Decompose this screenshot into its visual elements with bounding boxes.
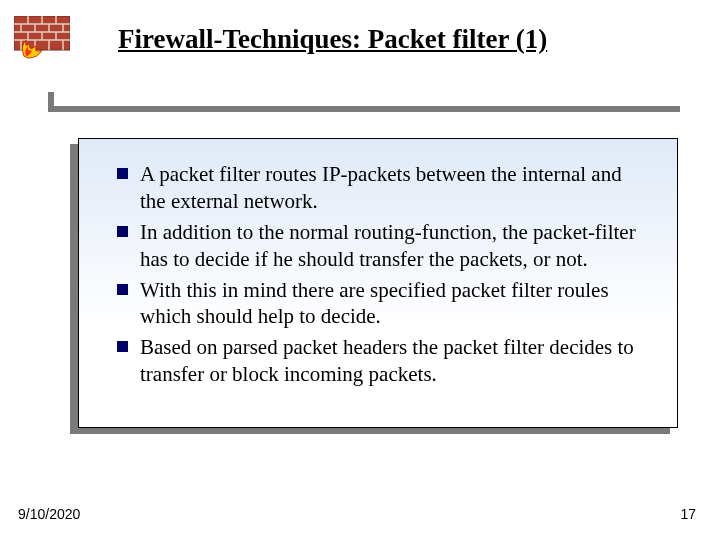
slide-title: Firewall-Techniques: Packet filter (1) — [118, 24, 680, 55]
list-item: With this in mind there are specified pa… — [99, 277, 649, 331]
footer-page-number: 17 — [680, 506, 696, 522]
bullet-icon — [117, 226, 128, 237]
bullet-icon — [117, 341, 128, 352]
footer-date: 9/10/2020 — [18, 506, 80, 522]
bullet-text: With this in mind there are specified pa… — [140, 277, 649, 331]
bullet-text: A packet filter routes IP-packets betwee… — [140, 161, 649, 215]
bullet-list: A packet filter routes IP-packets betwee… — [79, 139, 677, 408]
content-box: A packet filter routes IP-packets betwee… — [78, 138, 678, 428]
slide: Firewall-Techniques: Packet filter (1) A… — [0, 0, 720, 540]
bullet-icon — [117, 284, 128, 295]
bullet-icon — [117, 168, 128, 179]
list-item: A packet filter routes IP-packets betwee… — [99, 161, 649, 215]
bullet-text: In addition to the normal routing-functi… — [140, 219, 649, 273]
list-item: In addition to the normal routing-functi… — [99, 219, 649, 273]
bullet-text: Based on parsed packet headers the packe… — [140, 334, 649, 388]
title-rule-shadow-horizontal — [48, 106, 680, 112]
firewall-logo — [14, 16, 70, 60]
list-item: Based on parsed packet headers the packe… — [99, 334, 649, 388]
